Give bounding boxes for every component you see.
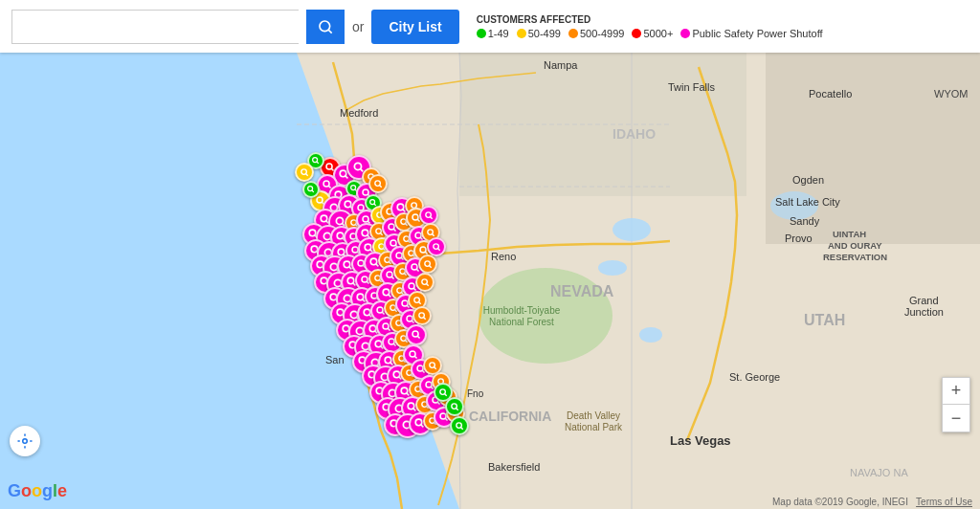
svg-point-119	[378, 243, 384, 249]
svg-text:National Park: National Park	[565, 422, 623, 432]
legend-label-1-49: 1-49	[488, 28, 509, 39]
svg-text:Medford: Medford	[340, 107, 378, 119]
svg-point-157	[374, 275, 380, 280]
google-logo: Google	[8, 481, 67, 501]
svg-text:Junction: Junction	[904, 306, 944, 318]
map-copyright: Map data ©2019 Google, INEGI	[772, 497, 908, 507]
svg-line-210	[423, 317, 425, 319]
zoom-out-button[interactable]: −	[943, 405, 969, 432]
svg-point-261	[409, 404, 415, 410]
svg-point-179	[409, 283, 414, 289]
svg-point-283	[451, 403, 457, 409]
svg-point-11	[612, 218, 651, 241]
svg-point-281	[439, 388, 445, 394]
marker-search-icon	[428, 361, 438, 371]
marker-search-icon	[432, 242, 442, 253]
svg-point-177	[396, 287, 402, 293]
svg-point-249	[402, 388, 409, 395]
svg-point-57	[351, 186, 356, 190]
svg-line-204	[388, 328, 390, 330]
map-marker[interactable]	[445, 397, 464, 416]
svg-point-145	[420, 247, 426, 253]
svg-text:UTAH: UTAH	[804, 312, 845, 328]
marker-search-icon	[373, 179, 384, 189]
map-marker[interactable]	[415, 273, 434, 292]
svg-line-148	[437, 248, 439, 250]
svg-point-191	[390, 304, 395, 310]
zoom-in-button[interactable]: +	[943, 378, 969, 405]
svg-point-287	[313, 158, 318, 163]
svg-point-99	[375, 228, 381, 233]
map-marker[interactable]	[427, 237, 446, 256]
search-input[interactable]	[11, 10, 299, 44]
svg-point-221	[412, 331, 418, 337]
svg-line-284	[456, 408, 457, 409]
location-button[interactable]	[10, 426, 40, 456]
svg-line-160	[391, 277, 393, 278]
svg-line-232	[414, 356, 416, 358]
svg-point-273	[416, 420, 423, 427]
svg-text:NAVAJO NA: NAVAJO NA	[850, 467, 908, 478]
svg-point-45	[326, 164, 332, 169]
top-bar: or City List CUSTOMERS AFFECTED 1-49 50-…	[0, 0, 980, 53]
svg-point-289	[301, 168, 306, 174]
svg-point-10	[479, 268, 612, 364]
map-marker[interactable]	[406, 324, 427, 345]
map-marker[interactable]	[302, 181, 320, 198]
svg-line-102	[393, 229, 395, 231]
svg-point-12	[598, 260, 627, 276]
map-marker[interactable]	[450, 416, 469, 435]
marker-search-icon	[417, 311, 428, 321]
map-marker[interactable]	[418, 254, 437, 274]
svg-point-161	[399, 268, 405, 274]
search-button[interactable]	[306, 10, 345, 44]
svg-point-153	[348, 278, 355, 285]
map-marker[interactable]	[368, 174, 388, 193]
legend-label-500-4999: 500-4999	[580, 28, 625, 39]
svg-line-294	[328, 30, 332, 33]
svg-text:Salt Lake City: Salt Lake City	[775, 196, 840, 208]
svg-text:WYOM: WYOM	[934, 88, 968, 100]
svg-point-61	[374, 180, 380, 186]
svg-text:San: San	[325, 354, 345, 365]
svg-point-97	[363, 231, 369, 237]
svg-text:Death Valley: Death Valley	[567, 410, 620, 421]
svg-text:Pocatello: Pocatello	[809, 88, 852, 100]
map-controls: + −	[942, 377, 970, 432]
svg-text:Fno: Fno	[467, 388, 484, 399]
svg-line-222	[417, 336, 419, 338]
svg-text:Twin Falls: Twin Falls	[668, 81, 715, 93]
svg-text:Las Vegas: Las Vegas	[670, 433, 731, 448]
marker-search-icon	[420, 277, 431, 288]
map-marker[interactable]	[412, 306, 432, 325]
terms-of-use[interactable]: Terms of Use	[916, 497, 972, 507]
svg-point-143	[408, 250, 413, 255]
legend-label-5000plus: 5000+	[643, 28, 673, 39]
svg-point-231	[410, 351, 415, 357]
location-icon	[16, 432, 33, 450]
city-list-button[interactable]: City List	[371, 10, 458, 44]
svg-point-49	[323, 181, 329, 187]
svg-line-108	[430, 216, 432, 218]
legend-dot-green	[477, 29, 486, 38]
svg-point-219	[400, 335, 406, 341]
svg-point-71	[370, 200, 375, 205]
svg-point-75	[336, 217, 343, 224]
marker-search-icon	[411, 329, 422, 341]
svg-text:AND OURAY: AND OURAY	[828, 240, 882, 251]
svg-point-77	[350, 219, 356, 225]
svg-text:National Forest: National Forest	[489, 317, 554, 327]
svg-text:Reno: Reno	[491, 251, 516, 262]
svg-line-100	[380, 232, 382, 234]
svg-line-62	[379, 185, 381, 187]
map-container[interactable]: Medford Reno San Nampa Twin Falls Pocate…	[0, 0, 980, 509]
svg-point-227	[386, 358, 392, 365]
map-marker[interactable]	[295, 163, 314, 182]
svg-point-117	[366, 245, 372, 252]
map-marker[interactable]	[419, 206, 438, 225]
svg-text:CALIFORNIA: CALIFORNIA	[469, 409, 551, 424]
legend-items: 1-49 50-499 500-4999 5000+ Public Safety…	[477, 28, 823, 39]
svg-point-73	[322, 216, 328, 223]
svg-line-48	[345, 176, 347, 178]
svg-point-155	[362, 277, 368, 282]
